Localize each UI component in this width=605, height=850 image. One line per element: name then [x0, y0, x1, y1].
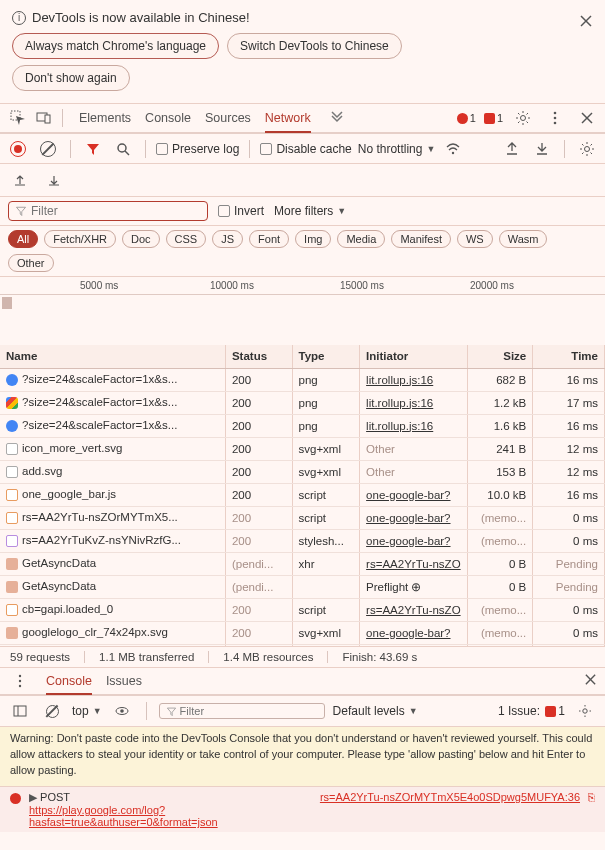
device-toggle-icon[interactable]: [32, 106, 56, 130]
chip-ws[interactable]: WS: [457, 230, 493, 248]
svg-point-16: [19, 680, 21, 682]
har-download-icon[interactable]: [42, 168, 66, 192]
issue-badge[interactable]: 1: [484, 112, 503, 124]
banner-title: DevTools is now available in Chinese!: [32, 10, 250, 25]
table-row[interactable]: one_google_bar.js200scriptone-google-bar…: [0, 483, 605, 506]
chip-img[interactable]: Img: [295, 230, 331, 248]
requests-table: Name Status Type Initiator Size Time ?si…: [0, 345, 605, 647]
inspect-element-icon[interactable]: [6, 106, 30, 130]
svg-rect-20: [14, 706, 26, 716]
close-icon[interactable]: [579, 14, 593, 31]
filter-icon[interactable]: [81, 137, 105, 161]
context-dropdown[interactable]: top▼: [72, 704, 102, 718]
chip-wasm[interactable]: Wasm: [499, 230, 548, 248]
table-row[interactable]: ?size=24&scaleFactor=1x&s...200pnglit.ro…: [0, 368, 605, 391]
invert-checkbox[interactable]: Invert: [218, 204, 264, 218]
match-language-button[interactable]: Always match Chrome's language: [12, 33, 219, 59]
table-row[interactable]: cb=gapi.loaded_0200scriptrs=AA2YrTu-nsZO…: [0, 598, 605, 621]
console-sidebar-icon[interactable]: [8, 699, 32, 723]
chip-media[interactable]: Media: [337, 230, 385, 248]
chip-manifest[interactable]: Manifest: [391, 230, 451, 248]
status-requests: 59 requests: [10, 651, 85, 663]
timeline[interactable]: 5000 ms 10000 ms 15000 ms 20000 ms: [0, 277, 605, 345]
download-icon[interactable]: [530, 137, 554, 161]
table-row[interactable]: GetAsyncData(pendi...Preflight ⊕0 BPendi…: [0, 575, 605, 598]
svg-point-5: [521, 116, 526, 121]
settings-icon[interactable]: [511, 106, 535, 130]
drawer-tabs: Console Issues: [0, 668, 605, 696]
chip-doc[interactable]: Doc: [122, 230, 160, 248]
status-bar: 59 requests 1.1 MB transferred 1.4 MB re…: [0, 647, 605, 668]
info-icon: i: [12, 11, 26, 25]
switch-chinese-button[interactable]: Switch DevTools to Chinese: [227, 33, 402, 59]
table-row[interactable]: ?size=24&scaleFactor=1x&s...200pnglit.ro…: [0, 414, 605, 437]
table-row[interactable]: rs=AA2YrTu-nsZOrMYTmX5...200scriptone-go…: [0, 506, 605, 529]
search-icon[interactable]: [111, 137, 135, 161]
drawer-tab-issues[interactable]: Issues: [106, 669, 142, 693]
drawer-more-icon[interactable]: [8, 669, 32, 693]
more-tabs-icon[interactable]: [325, 106, 349, 130]
har-row: [0, 164, 605, 197]
tab-console[interactable]: Console: [145, 105, 191, 131]
type-filters: All Fetch/XHR Doc CSS JS Font Img Media …: [0, 226, 605, 277]
svg-point-17: [19, 685, 21, 687]
status-finish: Finish: 43.69 s: [342, 651, 431, 663]
table-row[interactable]: GetAsyncData(pendi...xhrrs=AA2YrTu-nsZO0…: [0, 552, 605, 575]
chip-fetch[interactable]: Fetch/XHR: [44, 230, 116, 248]
svg-point-7: [554, 117, 557, 120]
live-expression-icon[interactable]: [110, 699, 134, 723]
svg-point-15: [19, 675, 21, 677]
table-header[interactable]: Name Status Type Initiator Size Time: [0, 345, 605, 368]
console-filter-input[interactable]: [159, 703, 325, 719]
network-toolbar: Preserve log Disable cache No throttling…: [0, 134, 605, 164]
tab-sources[interactable]: Sources: [205, 105, 251, 131]
dont-show-again-button[interactable]: Don't show again: [12, 65, 130, 91]
table-row[interactable]: googlelogo_clr_74x24px.svg200svg+xmlone-…: [0, 621, 605, 644]
upload-icon[interactable]: [500, 137, 524, 161]
svg-point-8: [554, 122, 557, 125]
wifi-icon[interactable]: [441, 137, 465, 161]
chip-css[interactable]: CSS: [166, 230, 207, 248]
network-settings-icon[interactable]: [575, 137, 599, 161]
preserve-log-checkbox[interactable]: Preserve log: [156, 142, 239, 156]
table-row[interactable]: rs=AA2YrTuKvZ-nsYNivRzfG...200stylesh...…: [0, 529, 605, 552]
clear-button[interactable]: [36, 137, 60, 161]
separator: [62, 109, 63, 127]
chip-font[interactable]: Font: [249, 230, 289, 248]
more-filters-dropdown[interactable]: More filters▼: [274, 204, 346, 218]
console-warning: Warning: Don't paste code into the DevTo…: [0, 727, 605, 787]
throttle-dropdown[interactable]: No throttling▼: [358, 142, 436, 156]
drawer-tab-console[interactable]: Console: [46, 669, 92, 695]
chip-all[interactable]: All: [8, 230, 38, 248]
har-upload-icon[interactable]: [8, 168, 32, 192]
console-error-row[interactable]: ▶ POST https://play.google.com/log?hasfa…: [0, 787, 605, 832]
chip-js[interactable]: JS: [212, 230, 243, 248]
console-settings-icon[interactable]: [573, 699, 597, 723]
error-badge[interactable]: 1: [457, 112, 476, 124]
svg-rect-4: [45, 115, 50, 123]
console-clear-icon[interactable]: [40, 699, 64, 723]
error-source-link[interactable]: rs=AA2YrTu-nsZOrMYTmX5E4o0SDpwg5MUFYA:36: [320, 791, 580, 803]
svg-point-23: [120, 709, 124, 713]
table-row[interactable]: ?size=24&scaleFactor=1x&s...200pnglit.ro…: [0, 391, 605, 414]
copy-icon[interactable]: ⎘: [588, 791, 595, 803]
svg-point-24: [583, 709, 587, 713]
chip-other[interactable]: Other: [8, 254, 54, 272]
table-row[interactable]: icon_more_vert.svg200svg+xmlOther241 B12…: [0, 437, 605, 460]
main-toolbar: Elements Console Sources Network 1 1: [0, 104, 605, 134]
chinese-banner: i DevTools is now available in Chinese! …: [0, 0, 605, 104]
tab-network[interactable]: Network: [265, 105, 311, 133]
svg-point-6: [554, 112, 557, 115]
levels-dropdown[interactable]: Default levels▼: [333, 704, 418, 718]
filter-input[interactable]: [8, 201, 208, 221]
disable-cache-checkbox[interactable]: Disable cache: [260, 142, 351, 156]
close-devtools-icon[interactable]: [575, 106, 599, 130]
tab-elements[interactable]: Elements: [79, 105, 131, 131]
more-icon[interactable]: [543, 106, 567, 130]
status-transferred: 1.1 MB transferred: [99, 651, 209, 663]
svg-point-11: [118, 144, 126, 152]
issue-summary[interactable]: 1 Issue: 1: [498, 704, 565, 718]
record-button[interactable]: [6, 137, 30, 161]
table-row[interactable]: add.svg200svg+xmlOther153 B12 ms: [0, 460, 605, 483]
drawer-close-icon[interactable]: [584, 673, 597, 689]
